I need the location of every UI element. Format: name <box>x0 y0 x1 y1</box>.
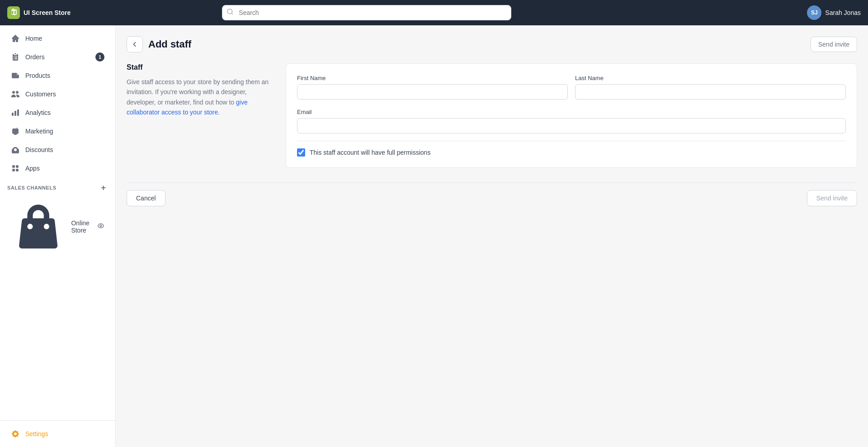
sidebar-item-customers[interactable]: Customers <box>4 85 112 103</box>
sidebar-item-products-label: Products <box>25 72 50 79</box>
sidebar-item-online-store[interactable]: Online Store <box>4 195 112 258</box>
sidebar-item-home[interactable]: Home <box>4 29 112 48</box>
user-name: Sarah Jonas <box>825 9 861 16</box>
content-area: Staff Give staff access to your store by… <box>127 63 857 168</box>
sidebar-item-products[interactable]: Products <box>4 67 112 85</box>
sidebar-item-orders-label: Orders <box>25 53 45 61</box>
sales-channels-label: SALES CHANNELS <box>7 185 57 190</box>
sidebar-item-home-label: Home <box>25 35 42 42</box>
email-input[interactable] <box>297 118 846 133</box>
email-group: Email <box>297 109 846 133</box>
sidebar-item-discounts-label: Discounts <box>25 146 53 153</box>
permissions-label: This staff account will have full permis… <box>310 149 430 156</box>
user-area[interactable]: SJ Sarah Jonas <box>807 5 861 20</box>
staff-description-text: Give staff access to your store by sendi… <box>127 77 271 118</box>
store-name: UI Screen Store <box>24 9 71 16</box>
sidebar-item-customers-label: Customers <box>25 90 56 98</box>
staff-form-card: First Name Last Name Email This staff ac… <box>286 63 857 168</box>
online-store-label: Online Store <box>71 219 92 234</box>
first-name-input[interactable] <box>297 84 568 100</box>
svg-point-1 <box>227 9 232 14</box>
add-sales-channel-button[interactable]: + <box>99 183 108 192</box>
online-store-icon <box>11 199 66 254</box>
products-icon <box>11 71 20 80</box>
sidebar-item-settings[interactable]: Settings <box>4 425 112 443</box>
staff-description: Staff Give staff access to your store by… <box>127 63 271 168</box>
page-header: Add staff Send invite <box>127 36 857 52</box>
orders-badge: 1 <box>95 52 104 62</box>
search-input[interactable] <box>222 5 511 20</box>
back-arrow-icon <box>131 41 138 48</box>
last-name-label: Last Name <box>575 75 846 81</box>
settings-label: Settings <box>25 430 48 437</box>
shopify-logo-icon <box>7 6 20 19</box>
sidebar-item-orders[interactable]: Orders 1 <box>4 48 112 66</box>
staff-heading: Staff <box>127 63 271 71</box>
page-header-left: Add staff <box>127 36 191 52</box>
sidebar-item-marketing-label: Marketing <box>25 128 53 135</box>
first-name-group: First Name <box>297 75 568 100</box>
logo-area[interactable]: UI Screen Store <box>7 6 71 19</box>
topbar: UI Screen Store SJ Sarah Jonas <box>0 0 868 25</box>
analytics-icon <box>11 108 20 117</box>
back-button[interactable] <box>127 36 143 52</box>
form-divider <box>297 141 846 141</box>
sidebar-item-apps[interactable]: Apps <box>4 159 112 177</box>
customers-icon <box>11 90 20 99</box>
sidebar-item-analytics[interactable]: Analytics <box>4 104 112 122</box>
apps-icon <box>11 164 20 173</box>
main-content: Add staff Send invite Staff Give staff a… <box>116 25 868 447</box>
eye-icon[interactable] <box>97 222 104 231</box>
last-name-input[interactable] <box>575 84 846 100</box>
avatar: SJ <box>807 5 821 20</box>
email-label: Email <box>297 109 846 115</box>
search-icon <box>226 8 234 17</box>
sidebar-item-analytics-label: Analytics <box>25 109 51 116</box>
search-bar <box>222 5 511 20</box>
last-name-group: Last Name <box>575 75 846 100</box>
sidebar-item-discounts[interactable]: Discounts <box>4 141 112 159</box>
send-invite-button-bottom[interactable]: Send invite <box>807 190 857 206</box>
home-icon <box>11 34 20 43</box>
orders-icon <box>11 52 20 62</box>
sidebar-item-apps-label: Apps <box>25 165 40 172</box>
first-name-label: First Name <box>297 75 568 81</box>
send-invite-button-top[interactable]: Send invite <box>811 37 857 52</box>
cancel-button[interactable]: Cancel <box>127 190 165 206</box>
sales-channels-section: SALES CHANNELS + <box>0 178 115 194</box>
name-row: First Name Last Name <box>297 75 846 100</box>
page-title: Add staff <box>148 38 191 50</box>
footer-actions: Cancel Send invite <box>127 182 857 206</box>
settings-icon <box>11 429 20 438</box>
sidebar: Home Orders 1 Products <box>0 25 116 447</box>
full-permissions-checkbox[interactable] <box>297 148 305 157</box>
permissions-row: This staff account will have full permis… <box>297 148 846 157</box>
discounts-icon <box>11 145 20 154</box>
marketing-icon <box>11 127 20 136</box>
sidebar-item-marketing[interactable]: Marketing <box>4 122 112 140</box>
